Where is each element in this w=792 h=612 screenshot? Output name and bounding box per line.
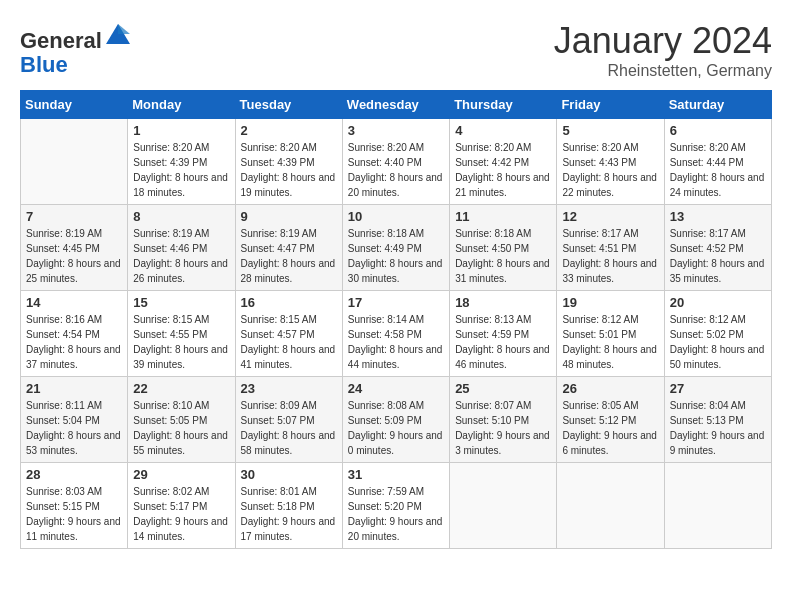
day-cell: 19Sunrise: 8:12 AM Sunset: 5:01 PM Dayli… — [557, 291, 664, 377]
day-info: Sunrise: 8:20 AM Sunset: 4:43 PM Dayligh… — [562, 140, 658, 200]
logo: General Blue — [20, 20, 132, 77]
day-cell: 28Sunrise: 8:03 AM Sunset: 5:15 PM Dayli… — [21, 463, 128, 549]
day-number: 19 — [562, 295, 658, 310]
location-title: Rheinstetten, Germany — [554, 62, 772, 80]
day-info: Sunrise: 8:15 AM Sunset: 4:57 PM Dayligh… — [241, 312, 337, 372]
day-cell — [557, 463, 664, 549]
day-info: Sunrise: 8:05 AM Sunset: 5:12 PM Dayligh… — [562, 398, 658, 458]
calendar-header: SundayMondayTuesdayWednesdayThursdayFrid… — [21, 91, 772, 119]
day-cell: 25Sunrise: 8:07 AM Sunset: 5:10 PM Dayli… — [450, 377, 557, 463]
weekday-header-wednesday: Wednesday — [342, 91, 449, 119]
day-cell: 26Sunrise: 8:05 AM Sunset: 5:12 PM Dayli… — [557, 377, 664, 463]
day-cell: 11Sunrise: 8:18 AM Sunset: 4:50 PM Dayli… — [450, 205, 557, 291]
day-number: 1 — [133, 123, 229, 138]
week-row-2: 7Sunrise: 8:19 AM Sunset: 4:45 PM Daylig… — [21, 205, 772, 291]
day-number: 29 — [133, 467, 229, 482]
title-block: January 2024 Rheinstetten, Germany — [554, 20, 772, 80]
day-info: Sunrise: 8:03 AM Sunset: 5:15 PM Dayligh… — [26, 484, 122, 544]
day-info: Sunrise: 8:19 AM Sunset: 4:47 PM Dayligh… — [241, 226, 337, 286]
week-row-4: 21Sunrise: 8:11 AM Sunset: 5:04 PM Dayli… — [21, 377, 772, 463]
week-row-3: 14Sunrise: 8:16 AM Sunset: 4:54 PM Dayli… — [21, 291, 772, 377]
day-number: 30 — [241, 467, 337, 482]
week-row-5: 28Sunrise: 8:03 AM Sunset: 5:15 PM Dayli… — [21, 463, 772, 549]
day-cell: 20Sunrise: 8:12 AM Sunset: 5:02 PM Dayli… — [664, 291, 771, 377]
calendar-body: 1Sunrise: 8:20 AM Sunset: 4:39 PM Daylig… — [21, 119, 772, 549]
day-cell — [21, 119, 128, 205]
day-cell: 22Sunrise: 8:10 AM Sunset: 5:05 PM Dayli… — [128, 377, 235, 463]
day-number: 9 — [241, 209, 337, 224]
day-number: 10 — [348, 209, 444, 224]
day-info: Sunrise: 8:13 AM Sunset: 4:59 PM Dayligh… — [455, 312, 551, 372]
day-cell: 8Sunrise: 8:19 AM Sunset: 4:46 PM Daylig… — [128, 205, 235, 291]
weekday-header-friday: Friday — [557, 91, 664, 119]
day-cell: 29Sunrise: 8:02 AM Sunset: 5:17 PM Dayli… — [128, 463, 235, 549]
logo-general: General — [20, 28, 102, 53]
day-number: 13 — [670, 209, 766, 224]
day-cell: 24Sunrise: 8:08 AM Sunset: 5:09 PM Dayli… — [342, 377, 449, 463]
day-cell: 27Sunrise: 8:04 AM Sunset: 5:13 PM Dayli… — [664, 377, 771, 463]
day-number: 17 — [348, 295, 444, 310]
calendar-table: SundayMondayTuesdayWednesdayThursdayFrid… — [20, 90, 772, 549]
day-number: 18 — [455, 295, 551, 310]
weekday-header-tuesday: Tuesday — [235, 91, 342, 119]
day-cell: 23Sunrise: 8:09 AM Sunset: 5:07 PM Dayli… — [235, 377, 342, 463]
weekday-header-saturday: Saturday — [664, 91, 771, 119]
day-number: 5 — [562, 123, 658, 138]
day-cell: 4Sunrise: 8:20 AM Sunset: 4:42 PM Daylig… — [450, 119, 557, 205]
day-cell: 18Sunrise: 8:13 AM Sunset: 4:59 PM Dayli… — [450, 291, 557, 377]
day-number: 6 — [670, 123, 766, 138]
day-number: 24 — [348, 381, 444, 396]
day-cell: 3Sunrise: 8:20 AM Sunset: 4:40 PM Daylig… — [342, 119, 449, 205]
day-info: Sunrise: 8:08 AM Sunset: 5:09 PM Dayligh… — [348, 398, 444, 458]
day-info: Sunrise: 8:02 AM Sunset: 5:17 PM Dayligh… — [133, 484, 229, 544]
day-info: Sunrise: 8:17 AM Sunset: 4:51 PM Dayligh… — [562, 226, 658, 286]
day-info: Sunrise: 8:12 AM Sunset: 5:01 PM Dayligh… — [562, 312, 658, 372]
weekday-header-thursday: Thursday — [450, 91, 557, 119]
day-number: 8 — [133, 209, 229, 224]
day-info: Sunrise: 8:20 AM Sunset: 4:44 PM Dayligh… — [670, 140, 766, 200]
logo-text: General Blue — [20, 20, 132, 77]
day-cell: 2Sunrise: 8:20 AM Sunset: 4:39 PM Daylig… — [235, 119, 342, 205]
day-cell: 5Sunrise: 8:20 AM Sunset: 4:43 PM Daylig… — [557, 119, 664, 205]
weekday-header-monday: Monday — [128, 91, 235, 119]
day-info: Sunrise: 8:14 AM Sunset: 4:58 PM Dayligh… — [348, 312, 444, 372]
day-cell: 10Sunrise: 8:18 AM Sunset: 4:49 PM Dayli… — [342, 205, 449, 291]
day-number: 2 — [241, 123, 337, 138]
svg-marker-1 — [118, 24, 130, 34]
day-info: Sunrise: 8:20 AM Sunset: 4:42 PM Dayligh… — [455, 140, 551, 200]
day-number: 28 — [26, 467, 122, 482]
logo-blue: Blue — [20, 52, 68, 77]
day-number: 15 — [133, 295, 229, 310]
day-info: Sunrise: 8:19 AM Sunset: 4:45 PM Dayligh… — [26, 226, 122, 286]
day-info: Sunrise: 8:18 AM Sunset: 4:50 PM Dayligh… — [455, 226, 551, 286]
day-cell: 6Sunrise: 8:20 AM Sunset: 4:44 PM Daylig… — [664, 119, 771, 205]
day-info: Sunrise: 8:11 AM Sunset: 5:04 PM Dayligh… — [26, 398, 122, 458]
day-number: 11 — [455, 209, 551, 224]
day-cell: 30Sunrise: 8:01 AM Sunset: 5:18 PM Dayli… — [235, 463, 342, 549]
day-cell: 1Sunrise: 8:20 AM Sunset: 4:39 PM Daylig… — [128, 119, 235, 205]
page-header: General Blue January 2024 Rheinstetten, … — [20, 20, 772, 80]
day-cell — [664, 463, 771, 549]
day-number: 21 — [26, 381, 122, 396]
day-number: 31 — [348, 467, 444, 482]
day-number: 7 — [26, 209, 122, 224]
day-cell: 12Sunrise: 8:17 AM Sunset: 4:51 PM Dayli… — [557, 205, 664, 291]
day-info: Sunrise: 8:15 AM Sunset: 4:55 PM Dayligh… — [133, 312, 229, 372]
day-info: Sunrise: 8:17 AM Sunset: 4:52 PM Dayligh… — [670, 226, 766, 286]
day-info: Sunrise: 8:09 AM Sunset: 5:07 PM Dayligh… — [241, 398, 337, 458]
week-row-1: 1Sunrise: 8:20 AM Sunset: 4:39 PM Daylig… — [21, 119, 772, 205]
weekday-header-sunday: Sunday — [21, 91, 128, 119]
day-info: Sunrise: 8:01 AM Sunset: 5:18 PM Dayligh… — [241, 484, 337, 544]
day-number: 25 — [455, 381, 551, 396]
weekday-header-row: SundayMondayTuesdayWednesdayThursdayFrid… — [21, 91, 772, 119]
day-number: 3 — [348, 123, 444, 138]
day-number: 26 — [562, 381, 658, 396]
day-info: Sunrise: 8:10 AM Sunset: 5:05 PM Dayligh… — [133, 398, 229, 458]
day-info: Sunrise: 8:04 AM Sunset: 5:13 PM Dayligh… — [670, 398, 766, 458]
day-info: Sunrise: 8:16 AM Sunset: 4:54 PM Dayligh… — [26, 312, 122, 372]
day-info: Sunrise: 8:12 AM Sunset: 5:02 PM Dayligh… — [670, 312, 766, 372]
day-info: Sunrise: 8:19 AM Sunset: 4:46 PM Dayligh… — [133, 226, 229, 286]
day-cell: 16Sunrise: 8:15 AM Sunset: 4:57 PM Dayli… — [235, 291, 342, 377]
day-cell: 21Sunrise: 8:11 AM Sunset: 5:04 PM Dayli… — [21, 377, 128, 463]
day-number: 22 — [133, 381, 229, 396]
